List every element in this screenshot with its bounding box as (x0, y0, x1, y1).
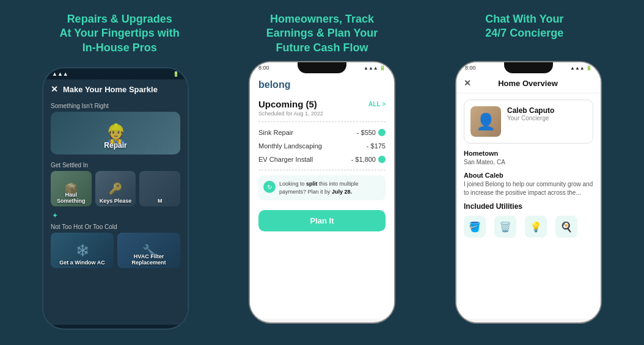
phone1-window-ac-label: Get a Window AC (51, 260, 114, 266)
col1-header: Repairs & Upgrades At Your Fingertips wi… (29, 12, 211, 55)
phone2-time: 8:00 (258, 65, 269, 71)
phone1-hvac-card[interactable]: 🔧 HVAC Filter Replacement (117, 233, 180, 268)
phone2-all-link[interactable]: ALL > (368, 101, 386, 107)
phone2-upcoming-row: Upcoming (5) ALL > (258, 99, 386, 109)
phone1-section3-label: Not Too Hot Or Too Cold (43, 220, 188, 233)
phone2-line-item-0: Sink Repair - $550 (258, 126, 386, 139)
phone2-split-text: Looking to split this into multiple paym… (279, 180, 381, 195)
phone1-section2-label: Get Settled In (43, 159, 188, 171)
phone-3: 8:00 ▲▲▲ 🔋 ✕ Home Overview 👤 Caleb Caput… (455, 61, 602, 324)
phone1-screen: ✕ Make Your Home Sparkle Something Isn't… (43, 79, 188, 325)
phone3-title: Home Overview (476, 79, 580, 88)
phone2-green-dot-2 (378, 156, 386, 163)
phone1-icons: 🔋 (173, 71, 179, 77)
phone3-close-icon[interactable]: ✕ (464, 78, 471, 88)
phone2-line-name-2: EV Charger Install (258, 156, 313, 163)
phone3-utilities-title: Included Utilities (464, 202, 593, 211)
phone2-divider-bottom (258, 170, 386, 170)
phone2-screen: belong Upcoming (5) ALL > Scheduled for … (250, 73, 394, 319)
phone3-avatar: 👤 (470, 106, 501, 137)
phone2-line-item-2: EV Charger Install - $1,800 (258, 153, 386, 166)
phone2-notch (298, 62, 346, 73)
phone2-line-amount-1: - $175 (367, 142, 386, 150)
phone1-haul-label: Haul Something (51, 192, 92, 204)
phone1-close-icon[interactable]: ✕ (51, 84, 58, 94)
phone1-repair-card[interactable]: 👷 Repair (51, 112, 180, 154)
phone3-about-section: About Caleb I joined Belong to help our … (464, 172, 593, 197)
lightbulb-icon: 💡 (525, 216, 547, 238)
phone1-keys-label: Keys Please (95, 198, 136, 204)
phone1-top-bar: ✕ Make Your Home Sparkle (43, 79, 188, 99)
phone3-icons: ▲▲▲ 🔋 (570, 65, 592, 71)
phone3-utilities-row: 🪣 🗑️ 💡 🍳 (464, 216, 593, 238)
phone3-hometown-section: Hometown San Mateo, CA (464, 150, 593, 167)
phone2-plan-btn[interactable]: Plan It (258, 210, 386, 231)
trash-icon: 🗑️ (494, 216, 516, 238)
phone1-signal: ▲▲▲ (52, 71, 68, 77)
phone-1: ▲▲▲ 12:30 🔋 ✕ Make Your Home Sparkle Som… (42, 67, 189, 330)
phone3-time: 8:00 (465, 65, 476, 71)
sparkle-icon-2: ✦ (52, 211, 58, 220)
phone1-bottom-cards: ❄️ Get a Window AC 🔧 HVAC Filter Replace… (43, 233, 188, 268)
phone2-icons: ▲▲▲ 🔋 (364, 65, 386, 71)
phone1-more-card[interactable]: M (139, 171, 180, 206)
phone3-about-label: About Caleb (464, 172, 593, 179)
phone3-concierge-card: 👤 Caleb Caputo Your Concierge (464, 100, 593, 143)
col3-header: Chat With Your 24/7 Concierge (433, 12, 615, 41)
phone3-content: 👤 Caleb Caputo Your Concierge Hometown S… (456, 93, 601, 244)
phone3-screen: ✕ Home Overview 👤 Caleb Caputo Your Conc… (456, 73, 601, 319)
phone1-notch (97, 68, 134, 78)
phone2-line-amount-2: - $1,800 (351, 156, 386, 163)
phone2-logo: belong (258, 79, 386, 90)
phone1-keys-card[interactable]: 🔑 Keys Please (95, 171, 136, 206)
phone2-divider-top (258, 122, 386, 122)
phone2-line-item-1: Monthly Landscaping - $175 (258, 139, 386, 153)
phone1-window-ac-card[interactable]: ❄️ Get a Window AC (51, 233, 114, 268)
phone3-concierge-role: Your Concierge (507, 115, 554, 122)
phone2-scheduled: Scheduled for Aug 1, 2022 (258, 111, 386, 117)
phone-2: 8:00 ▲▲▲ 🔋 belong Upcoming (5) ALL > Sch… (249, 61, 395, 324)
phone3-concierge-name: Caleb Caputo (507, 106, 554, 115)
phone1-section1-label: Something Isn't Right (43, 99, 188, 112)
phone2-green-dot-0 (378, 129, 386, 136)
phone3-notch (504, 62, 553, 73)
col2-header: Homeowners, Track Earnings & Plan Your F… (231, 12, 413, 55)
oven-icon: 🍳 (555, 216, 577, 238)
phone2-upcoming-title: Upcoming (5) (258, 99, 317, 109)
phone2-line-name-0: Sink Repair (258, 129, 293, 136)
phone2-split-icon: ↻ (263, 181, 276, 193)
phone1-haul-card[interactable]: 📦 Haul Something (51, 171, 92, 206)
phone2-split-box: ↻ Looking to split this into multiple pa… (258, 175, 386, 200)
phone1-title: Make Your Home Sparkle (63, 85, 158, 94)
phone1-small-cards: 📦 Haul Something 🔑 Keys Please M (43, 171, 188, 206)
phone3-concierge-info: Caleb Caputo Your Concierge (507, 106, 554, 137)
vacuum-icon: 🪣 (464, 216, 486, 238)
phone1-more-label: M (139, 198, 180, 204)
phone2-line-amount-0: - $550 (357, 129, 386, 136)
phone1-repair-label: Repair (104, 141, 126, 150)
phone3-about-value: I joined Belong to help our community gr… (464, 180, 593, 197)
phone1-hvac-label: HVAC Filter Replacement (117, 253, 180, 266)
phone3-top-bar: ✕ Home Overview (456, 73, 601, 93)
phone2-line-name-1: Monthly Landscaping (258, 142, 322, 150)
phone3-hometown-label: Hometown (464, 150, 593, 157)
phone3-hometown-value: San Mateo, CA (464, 158, 593, 167)
